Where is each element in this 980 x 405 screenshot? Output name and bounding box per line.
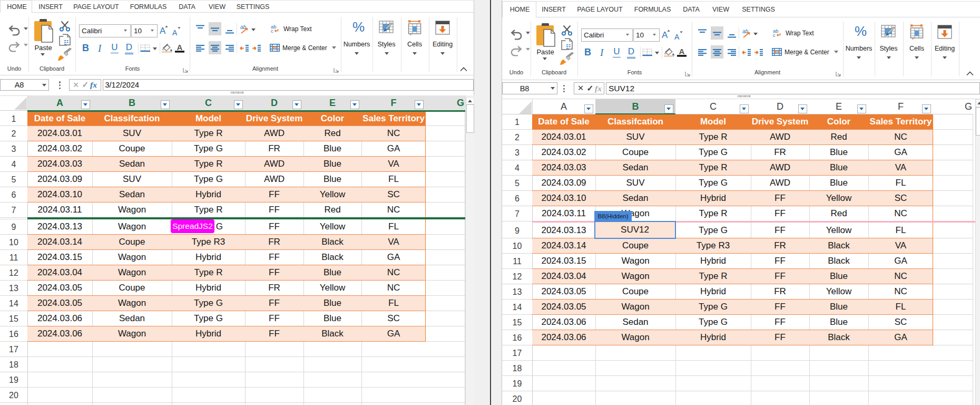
svg-text:A: A bbox=[172, 28, 178, 36]
svg-text:A: A bbox=[674, 33, 680, 41]
svg-text:c: c bbox=[773, 32, 776, 37]
svg-text:A: A bbox=[160, 26, 166, 35]
svg-text:A: A bbox=[662, 30, 668, 39]
svg-text:A: A bbox=[177, 43, 183, 52]
svg-text:A: A bbox=[679, 47, 685, 56]
svg-text:c: c bbox=[271, 28, 273, 33]
